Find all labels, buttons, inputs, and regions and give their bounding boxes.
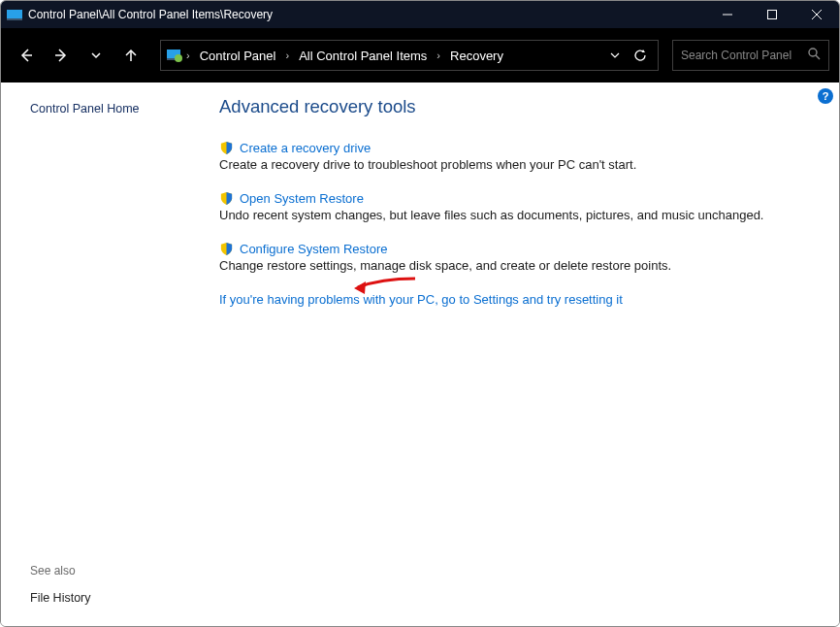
left-pane: Control Panel Home See also File History [1,82,219,626]
maximize-button[interactable] [750,1,794,28]
breadcrumb-recovery[interactable]: Recovery [444,49,509,63]
configure-system-restore-link[interactable]: Configure System Restore [240,242,387,256]
shield-icon [219,242,234,256]
page-heading: Advanced recovery tools [219,96,810,117]
search-box[interactable] [672,40,829,71]
back-button[interactable] [11,40,42,71]
tool-description: Undo recent system changes, but leave fi… [219,208,810,222]
forward-button[interactable] [46,40,77,71]
search-icon[interactable] [807,47,821,64]
tool-open-system-restore: Open System Restore Undo recent system c… [219,191,810,222]
svg-line-13 [816,55,820,59]
title-bar: Control Panel\All Control Panel Items\Re… [1,1,839,28]
chevron-right-icon[interactable]: › [283,50,291,61]
breadcrumb-control-panel[interactable]: Control Panel [194,49,282,63]
shield-icon [219,191,234,206]
open-system-restore-link[interactable]: Open System Restore [240,191,364,206]
file-history-link[interactable]: File History [30,591,219,605]
window-title: Control Panel\All Control Panel Items\Re… [28,8,699,21]
app-icon [7,7,22,22]
see-also-heading: See also [30,564,219,578]
refresh-button[interactable] [629,40,652,71]
control-panel-icon [167,48,182,63]
breadcrumb-all-items[interactable]: All Control Panel Items [293,49,433,63]
up-button[interactable] [115,40,146,71]
tool-configure-system-restore: Configure System Restore Change restore … [219,242,810,273]
control-panel-home-link[interactable]: Control Panel Home [30,102,219,116]
create-recovery-drive-link[interactable]: Create a recovery drive [240,141,371,155]
svg-point-11 [175,54,182,62]
reset-pc-link[interactable]: If you're having problems with your PC, … [219,292,810,307]
search-input[interactable] [681,49,797,62]
shield-icon [219,141,234,155]
tool-description: Change restore settings, manage disk spa… [219,258,810,273]
main-pane: Advanced recovery tools Create a recover… [219,82,839,626]
close-button[interactable] [794,1,839,28]
svg-rect-0 [7,10,22,19]
tool-description: Create a recovery drive to troubleshoot … [219,157,810,172]
content-area: ? Control Panel Home See also File Histo… [1,82,839,626]
minimize-button[interactable] [705,1,750,28]
navigation-bar: › Control Panel › All Control Panel Item… [1,28,839,82]
address-bar[interactable]: › Control Panel › All Control Panel Item… [160,40,659,71]
recent-dropdown-button[interactable] [81,40,112,71]
svg-rect-3 [768,11,777,19]
address-dropdown-button[interactable] [603,40,627,71]
tool-create-recovery-drive: Create a recovery drive Create a recover… [219,141,810,172]
chevron-right-icon[interactable]: › [435,50,442,61]
svg-rect-1 [7,18,22,20]
chevron-right-icon[interactable]: › [184,50,192,61]
svg-point-12 [809,49,817,56]
